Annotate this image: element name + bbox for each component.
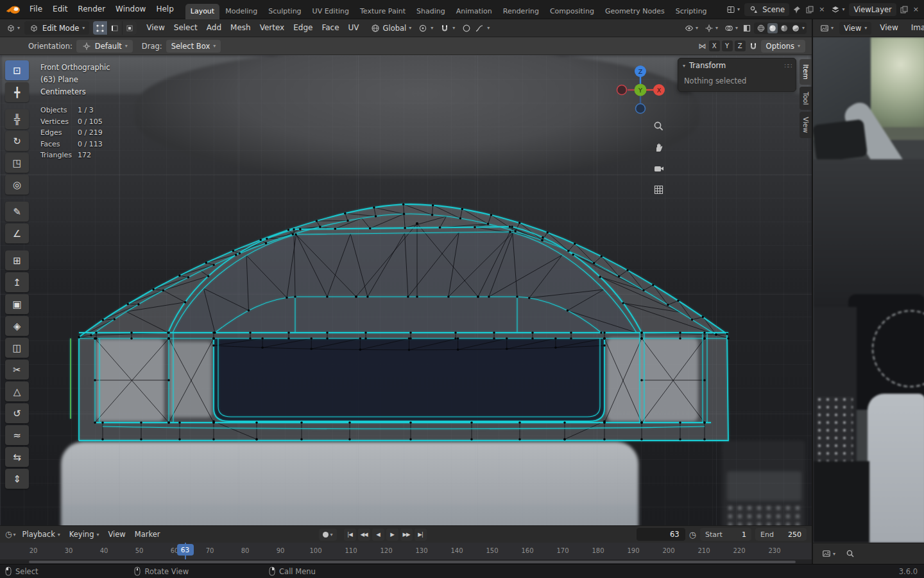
scale-tool[interactable]: ◳	[5, 153, 29, 173]
viewlayer-name-pill[interactable]: ViewLayer	[849, 3, 896, 16]
menu-render[interactable]: Render	[73, 0, 110, 19]
start-frame-field[interactable]: Start1	[700, 528, 751, 541]
sidebar-tab-item[interactable]: Item	[800, 59, 812, 85]
proportional-edit-dropdown[interactable]: ▾	[461, 23, 490, 33]
scrollbar-handle[interactable]	[29, 561, 796, 563]
menu-edit[interactable]: Edit	[47, 0, 73, 19]
gizmos-dropdown[interactable]: ▾	[702, 23, 720, 33]
visibility-dropdown[interactable]: ▾	[682, 23, 700, 33]
image-editor-view[interactable]	[812, 37, 924, 543]
timeline-editor-icon[interactable]: ◷▾	[3, 530, 18, 539]
playhead-frame-badge[interactable]: 63	[177, 544, 194, 556]
play-reverse-button[interactable]: ◀	[372, 529, 384, 541]
workspace-tab-layout[interactable]: Layout	[185, 4, 219, 19]
navigation-gizmo[interactable]: Z X Y	[616, 65, 665, 115]
image-mode-dropdown[interactable]: View▾	[839, 22, 871, 35]
sidebar-tab-tool[interactable]: Tool	[800, 87, 812, 110]
drag-value-dropdown[interactable]: Select Box▾	[166, 40, 221, 53]
current-frame-field[interactable]: 63	[637, 528, 685, 541]
editor-type-icon[interactable]: ▾	[4, 23, 22, 33]
jump-to-start-button[interactable]: |◀	[344, 529, 356, 541]
prev-keyframe-button[interactable]: ◀◀	[358, 529, 370, 541]
scene-selector[interactable]: Scene	[744, 3, 789, 16]
menu-window[interactable]: Window	[110, 0, 151, 19]
add-cube-tool[interactable]: ⊞	[5, 250, 29, 270]
workspace-tab-modeling[interactable]: Modeling	[220, 4, 262, 19]
camera-icon[interactable]: ▾	[819, 548, 837, 559]
material-shading-icon[interactable]	[779, 23, 789, 33]
zoom-icon[interactable]	[651, 118, 666, 134]
search-icon[interactable]	[845, 548, 855, 559]
menu-help[interactable]: Help	[151, 0, 178, 19]
overlays-dropdown[interactable]: ▾	[722, 23, 740, 33]
viewport-menu-uv[interactable]: UV	[344, 19, 364, 37]
viewport-menu-view[interactable]: View	[142, 19, 169, 37]
rendered-shading-icon[interactable]	[791, 23, 801, 33]
viewport-menu-vertex[interactable]: Vertex	[255, 19, 289, 37]
edge-slide-tool[interactable]: ⇆	[5, 447, 29, 467]
workspace-tab-uv-editing[interactable]: UV Editing	[307, 4, 354, 19]
knife-tool[interactable]: ✂	[5, 360, 29, 380]
mirror-icon[interactable]: ⋈	[699, 42, 706, 51]
jump-to-end-button[interactable]: ▶|	[415, 529, 427, 541]
options-dropdown[interactable]: Options▾	[761, 40, 805, 53]
next-keyframe-button[interactable]: ▶▶	[400, 529, 413, 541]
viewport-menu-add[interactable]: Add	[202, 19, 226, 37]
annotate-tool[interactable]: ✎	[5, 202, 29, 222]
timeline-menu-marker[interactable]: Marker	[130, 530, 165, 539]
xray-toggle-icon[interactable]	[742, 23, 752, 33]
panel-grip-icon[interactable]: ∷∷	[784, 62, 791, 69]
frame-ruler[interactable]: 2030405060708090100110120130140150160170…	[0, 543, 812, 559]
spin-tool[interactable]: ↺	[5, 403, 29, 423]
face-select-icon[interactable]	[123, 21, 137, 35]
loop-cut-tool[interactable]: ◫	[5, 338, 29, 358]
timeline-scrollbar[interactable]	[0, 559, 812, 564]
orientation-dropdown[interactable]: Global▾	[370, 23, 412, 33]
pivot-dropdown[interactable]: ▾	[418, 23, 433, 33]
mode-dropdown[interactable]: Edit Mode▾	[24, 21, 89, 35]
close-icon[interactable]: ×	[912, 5, 920, 13]
hand-icon[interactable]	[651, 139, 666, 155]
measure-tool[interactable]: ∠	[5, 223, 29, 243]
3d-viewport[interactable]: Front Orthographic (63) Plane Centimeter…	[0, 55, 812, 525]
timeline-menu-view[interactable]: View	[103, 530, 130, 539]
image-editor-menu-image[interactable]: Image	[907, 19, 924, 37]
snap-icon[interactable]	[748, 41, 758, 51]
menu-file[interactable]: File	[24, 0, 47, 19]
workspace-tab-sculpting[interactable]: Sculpting	[263, 4, 306, 19]
orientation-value-dropdown[interactable]: Default▾	[76, 40, 133, 53]
poly-build-tool[interactable]: △	[5, 381, 29, 401]
solid-shading-icon[interactable]	[767, 23, 778, 33]
viewport-menu-edge[interactable]: Edge	[289, 19, 317, 37]
workspace-tab-shading[interactable]: Shading	[411, 4, 450, 19]
workspace-tab-texture-paint[interactable]: Texture Paint	[355, 4, 411, 19]
mirror-axis-y[interactable]: Y	[722, 40, 733, 51]
timeline-menu-playback[interactable]: Playback▾	[18, 530, 65, 539]
camera-icon[interactable]	[651, 161, 666, 176]
transform-tool[interactable]: ◎	[5, 175, 29, 195]
auto-keying-toggle[interactable]: ▾	[319, 529, 337, 541]
grid-icon[interactable]	[651, 182, 666, 197]
move-tool[interactable]: ╬	[5, 109, 29, 129]
play-button[interactable]: ▶	[386, 529, 398, 541]
extrude-tool[interactable]: ↥	[5, 272, 29, 292]
duplicate-icon[interactable]	[899, 4, 909, 15]
viewport-menu-select[interactable]: Select	[169, 19, 202, 37]
workspace-tab-rendering[interactable]: Rendering	[498, 4, 544, 19]
select-box-tool[interactable]: ⊡	[5, 60, 29, 80]
end-frame-field[interactable]: End250	[755, 528, 807, 541]
vertex-select-icon[interactable]	[93, 21, 107, 35]
viewlayer-selector[interactable]: ▾	[828, 4, 846, 15]
workspace-tab-geometry-nodes[interactable]: Geometry Nodes	[600, 4, 670, 19]
inset-faces-tool[interactable]: ▣	[5, 294, 29, 314]
image-editor-menu-view[interactable]: View	[875, 19, 902, 37]
shrink-fatten-tool[interactable]: ⇕	[5, 469, 29, 489]
smooth-tool[interactable]: ≈	[5, 425, 29, 445]
screen-layout-icon[interactable]: ▾	[724, 4, 742, 15]
cursor-tool[interactable]: ╋	[5, 82, 29, 102]
bevel-tool[interactable]: ◈	[5, 316, 29, 336]
workspace-tab-scripting[interactable]: Scripting	[671, 4, 712, 19]
edge-select-icon[interactable]	[108, 21, 122, 35]
timeline-menu-keying[interactable]: Keying▾	[65, 530, 104, 539]
duplicate-icon[interactable]	[805, 4, 815, 15]
